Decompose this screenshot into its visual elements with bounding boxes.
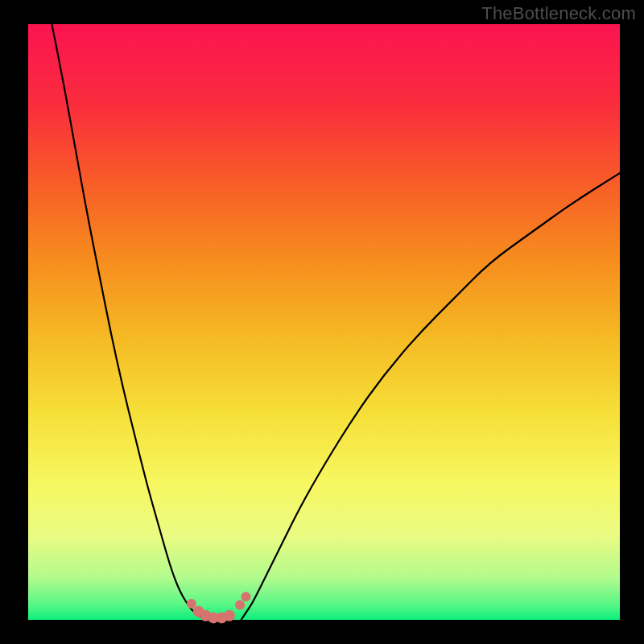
marker-dot [235,601,245,610]
chart-svg [0,0,644,644]
marker-dot [187,599,196,609]
watermark-text: TheBottleneck.com [481,3,636,24]
plot-background [28,24,620,620]
marker-dot [241,592,250,601]
marker-dot [224,610,235,621]
